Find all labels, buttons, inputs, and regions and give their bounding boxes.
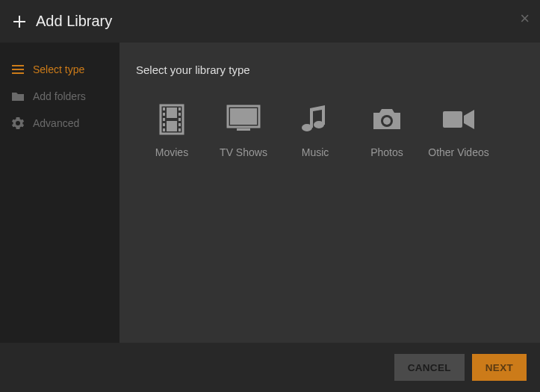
camera-icon <box>369 102 405 137</box>
svg-rect-4 <box>163 108 165 111</box>
library-type-photos[interactable]: Photos <box>351 102 423 158</box>
svg-rect-9 <box>179 108 181 111</box>
svg-rect-11 <box>179 118 181 121</box>
svg-point-20 <box>314 121 324 128</box>
step-label: Advanced <box>33 117 79 129</box>
svg-rect-15 <box>167 121 177 131</box>
add-library-dialog: Add Library × Select type Add folders <box>0 0 540 392</box>
dialog-header: Add Library × <box>0 0 540 43</box>
svg-rect-7 <box>163 123 165 126</box>
svg-rect-13 <box>179 128 181 131</box>
svg-rect-0 <box>12 65 24 66</box>
dialog-footer: CANCEL NEXT <box>0 343 540 392</box>
film-icon <box>154 102 190 137</box>
svg-rect-12 <box>179 123 181 126</box>
library-type-other-videos[interactable]: Other Videos <box>423 102 494 158</box>
folder-icon <box>12 91 25 102</box>
svg-rect-14 <box>167 108 177 118</box>
svg-rect-23 <box>443 111 462 128</box>
step-select-type[interactable]: Select type <box>0 56 120 83</box>
dialog-title: Add Library <box>36 13 112 30</box>
dialog-body: Select type Add folders Advanced Select … <box>0 43 540 343</box>
library-type-label: Movies <box>155 146 188 158</box>
prompt-text: Select your library type <box>136 63 524 76</box>
next-button[interactable]: NEXT <box>472 354 527 381</box>
main-panel: Select your library type Movies TV Shows <box>120 43 540 343</box>
library-type-movies[interactable]: Movies <box>136 102 208 158</box>
list-icon <box>12 64 25 75</box>
step-label: Add folders <box>33 90 86 102</box>
wizard-steps-sidebar: Select type Add folders Advanced <box>0 43 120 343</box>
plus-icon <box>12 14 27 29</box>
svg-rect-17 <box>230 108 257 125</box>
library-type-tv-shows[interactable]: TV Shows <box>208 102 279 158</box>
svg-point-19 <box>302 124 312 131</box>
svg-rect-8 <box>163 128 165 131</box>
step-label: Select type <box>33 63 84 75</box>
library-type-label: Other Videos <box>428 146 488 158</box>
library-type-music[interactable]: Music <box>279 102 351 158</box>
step-add-folders[interactable]: Add folders <box>0 83 120 110</box>
svg-rect-6 <box>163 118 165 121</box>
video-camera-icon <box>441 102 477 137</box>
step-advanced[interactable]: Advanced <box>0 110 120 137</box>
library-type-label: Music <box>302 146 329 158</box>
svg-rect-1 <box>12 69 24 70</box>
library-type-list: Movies TV Shows Music <box>136 102 524 158</box>
gear-icon <box>12 117 25 129</box>
cancel-button[interactable]: CANCEL <box>394 354 465 381</box>
close-icon[interactable]: × <box>520 10 530 27</box>
svg-rect-2 <box>12 72 24 74</box>
music-icon <box>297 102 333 137</box>
tv-icon <box>226 102 261 137</box>
svg-rect-10 <box>179 113 181 116</box>
library-type-label: Photos <box>370 146 403 158</box>
svg-rect-5 <box>163 113 165 116</box>
library-type-label: TV Shows <box>220 146 267 158</box>
svg-point-22 <box>383 117 391 125</box>
svg-rect-18 <box>237 128 250 131</box>
